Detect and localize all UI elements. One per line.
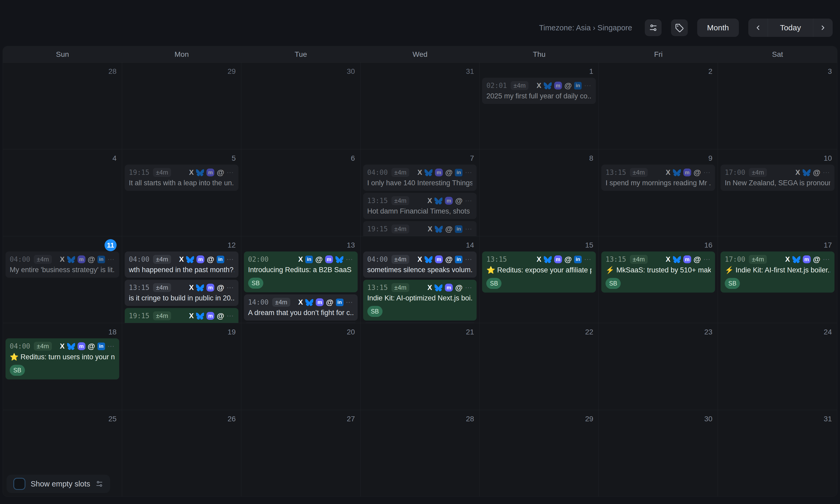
day-cell[interactable]: 704:00±4mXm@in⋯I only have 140 Interesti… — [361, 149, 480, 236]
event-card[interactable]: 04:00±4mXm@in⋯wth happened in the past m… — [125, 251, 238, 278]
event-card[interactable]: 04:00±4mXm@in⋯I only have 140 Interestin… — [363, 165, 477, 191]
day-cell[interactable]: 1717:00±4mXm@⋯⚡ Indie Kit: AI-first Next… — [718, 236, 837, 323]
more-options-button[interactable]: ⋯ — [346, 298, 354, 306]
next-period-button[interactable] — [813, 19, 833, 37]
day-cell[interactable]: 2 — [599, 62, 718, 149]
day-cell[interactable]: 21 — [361, 323, 480, 410]
more-options-button[interactable]: ⋯ — [346, 255, 354, 264]
event-meta: 04:00±4mXm@in⋯ — [367, 167, 473, 178]
event-card[interactable]: 17:00±4mX@⋯In New Zealand, SEGA is prono… — [721, 165, 835, 191]
event-card[interactable]: 04:00±4mXm@in⋯My entire 'business strate… — [5, 251, 119, 278]
view-switcher-month-button[interactable]: Month — [697, 19, 739, 37]
day-cell[interactable]: 6 — [241, 149, 361, 236]
day-cell[interactable]: 1613:15±4mXm@⋯⚡ MkSaaS: trusted by 510+ … — [599, 236, 718, 323]
event-card-clipped[interactable] — [363, 323, 477, 323]
day-cell[interactable]: 1104:00±4mXm@in⋯My entire 'business stra… — [3, 236, 122, 323]
slots-settings-icon[interactable] — [96, 480, 103, 488]
platform-icons: Xm@in⋯ — [60, 255, 115, 264]
day-cell[interactable]: 102:01±4mXm@in⋯2025 my first full year o… — [479, 62, 599, 149]
more-options-button[interactable]: ⋯ — [107, 255, 115, 264]
event-time: 19:15 — [129, 312, 149, 320]
day-cell[interactable]: 31 — [718, 410, 837, 497]
event-card[interactable]: 19:15±4mXm@⋯Introducing MkSaaS: complete… — [125, 308, 238, 323]
day-cell[interactable]: 28 — [361, 410, 480, 497]
day-cell[interactable]: 1513:15Xm@in⋯⭐ Reditus: expose your affi… — [479, 236, 599, 323]
event-card[interactable]: 13:15±4mXm@⋯is it cringe to build in pub… — [125, 280, 238, 306]
mastodon-icon: m — [803, 255, 811, 263]
more-options-button[interactable]: ⋯ — [227, 168, 234, 177]
event-card[interactable]: 02:01±4mXm@in⋯2025 my first full year of… — [482, 78, 596, 104]
day-cell[interactable]: 29 — [122, 62, 241, 149]
event-card[interactable]: 04:00±4mXm@in⋯⭐ Reditus: turn users into… — [5, 338, 119, 379]
day-cell[interactable]: 22 — [479, 323, 599, 410]
day-cell[interactable]: 3 — [718, 62, 837, 149]
date-number: 19 — [125, 323, 238, 338]
show-empty-slots-checkbox[interactable] — [13, 478, 25, 490]
platform-icons: Xm@⋯ — [189, 312, 234, 320]
prev-period-button[interactable] — [748, 19, 768, 37]
more-options-button[interactable]: ⋯ — [227, 312, 234, 320]
event-card[interactable]: 04:00±4mXm@in⋯sometimes silence speaks v… — [363, 251, 477, 278]
day-cell[interactable]: 519:15±4mXm@⋯It all starts with a leap i… — [122, 149, 241, 236]
more-options-button[interactable]: ⋯ — [823, 168, 830, 177]
x-icon: X — [427, 197, 432, 205]
event-card[interactable]: 02:00Xin@m⋯Introducing Reditus: a B2B Sa… — [244, 251, 358, 292]
day-cell[interactable]: 31 — [361, 62, 480, 149]
day-cell[interactable]: 19 — [122, 323, 241, 410]
day-cell[interactable]: 30 — [599, 410, 718, 497]
more-options-button[interactable]: ⋯ — [465, 255, 473, 264]
more-options-button[interactable]: ⋯ — [465, 197, 473, 205]
event-card[interactable]: 13:15±4mXm@⋯I spend my mornings reading … — [601, 165, 715, 191]
filter-button[interactable] — [645, 19, 662, 36]
threads-icon: @ — [445, 168, 452, 177]
today-date-badge: 11 — [105, 239, 117, 251]
tag-button[interactable] — [671, 19, 688, 36]
mastodon-icon: m — [206, 312, 214, 320]
threads-icon: @ — [813, 168, 820, 177]
day-cell[interactable]: 26 — [122, 410, 241, 497]
day-cell[interactable]: 30 — [241, 62, 361, 149]
day-cell[interactable]: 1302:00Xin@m⋯Introducing Reditus: a B2B … — [241, 236, 361, 323]
day-cell[interactable]: 27 — [241, 410, 361, 497]
more-options-button[interactable]: ⋯ — [703, 255, 711, 264]
day-cell[interactable]: 913:15±4mXm@⋯I spend my mornings reading… — [599, 149, 718, 236]
platform-icons: Xm@in⋯ — [298, 298, 353, 307]
day-cell[interactable]: 1804:00±4mXm@in⋯⭐ Reditus: turn users in… — [3, 323, 122, 410]
event-title: wth happened in the past month?... — [129, 266, 234, 274]
day-cell[interactable]: 1017:00±4mX@⋯In New Zealand, SEGA is pro… — [718, 149, 837, 236]
more-options-button[interactable]: ⋯ — [823, 255, 830, 264]
event-card-clipped[interactable] — [244, 323, 358, 323]
day-cell[interactable]: 1404:00±4mXm@in⋯sometimes silence speaks… — [361, 236, 480, 323]
day-cell[interactable]: 28 — [3, 62, 122, 149]
more-options-button[interactable]: ⋯ — [584, 82, 592, 90]
day-cell[interactable]: 4 — [3, 149, 122, 236]
day-cell[interactable]: 24 — [718, 323, 837, 410]
day-cell[interactable]: 8 — [479, 149, 599, 236]
event-card[interactable]: 14:00±4mXm@in⋯A dream that you don’t fig… — [244, 294, 358, 321]
more-options-button[interactable]: ⋯ — [703, 168, 711, 177]
today-button[interactable]: Today — [768, 19, 813, 37]
day-cell[interactable]: 1204:00±4mXm@in⋯wth happened in the past… — [122, 236, 241, 323]
date-number: 28 — [363, 410, 477, 425]
date-number: 21 — [363, 323, 477, 338]
more-options-button[interactable]: ⋯ — [465, 168, 473, 177]
weekday-label: Tue — [241, 46, 361, 62]
event-card[interactable]: 13:15±4mXm@⋯Indie Kit: AI-optimized Next… — [363, 280, 477, 321]
event-card[interactable]: 19:15±4mXm@⋯It all starts with a leap in… — [125, 165, 238, 191]
event-title: Introducing MkSaaS: complete N... — [129, 322, 234, 323]
more-options-button[interactable]: ⋯ — [107, 342, 115, 350]
day-cell[interactable]: 23 — [599, 323, 718, 410]
event-card[interactable]: 19:15±4mX@in⋯“Listen to music or sports … — [363, 221, 477, 236]
more-options-button[interactable]: ⋯ — [227, 283, 234, 292]
event-card[interactable]: 13:15Xm@in⋯⭐ Reditus: expose your affili… — [482, 251, 596, 292]
event-card[interactable]: 17:00±4mXm@⋯⚡ Indie Kit: AI-first Next.j… — [721, 251, 835, 292]
more-options-button[interactable]: ⋯ — [227, 255, 234, 264]
weekday-label: Fri — [599, 46, 718, 62]
more-options-button[interactable]: ⋯ — [465, 225, 473, 233]
day-cell[interactable]: 20 — [241, 323, 361, 410]
event-card[interactable]: 13:15±4mXm@⋯⚡ MkSaaS: trusted by 510+ ma… — [601, 251, 715, 292]
more-options-button[interactable]: ⋯ — [465, 283, 473, 292]
more-options-button[interactable]: ⋯ — [584, 255, 592, 264]
event-card[interactable]: 13:15±4mXm@⋯Hot damn Financial Times, sh… — [363, 193, 477, 219]
day-cell[interactable]: 29 — [479, 410, 599, 497]
